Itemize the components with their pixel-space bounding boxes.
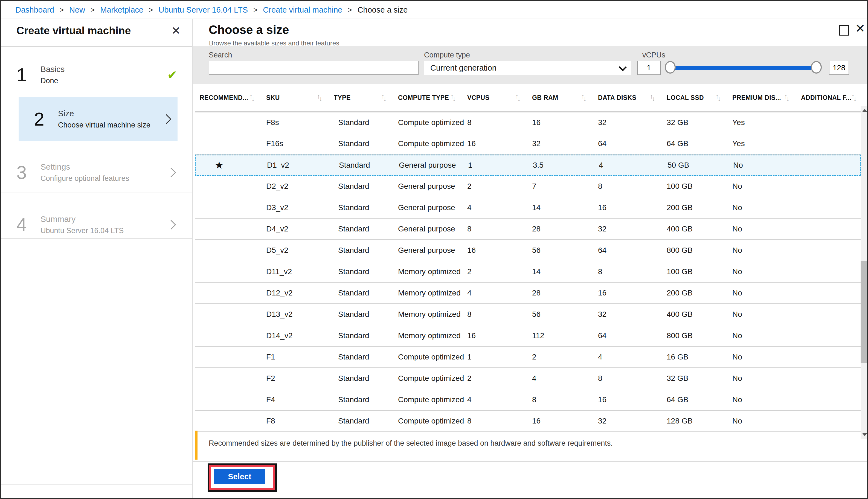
cell-local_ssd: 64 GB xyxy=(667,395,732,404)
cell-premium_disk: No xyxy=(732,331,801,340)
cell-premium_disk: No xyxy=(732,267,801,276)
cell-data_disks: 8 xyxy=(598,267,667,276)
step-basics[interactable]: 1 Basics Done ✔ xyxy=(16,60,182,90)
cell-gb_ram: 14 xyxy=(532,267,598,276)
table-row[interactable]: D4_v2StandardGeneral purpose82832400 GBN… xyxy=(195,219,860,240)
cell-vcpus: 2 xyxy=(467,374,532,383)
sort-down-arrow: ↓ xyxy=(854,95,857,101)
column-header-recommended[interactable]: RECOMMEND...↑↓ xyxy=(200,94,266,101)
table-header: RECOMMEND...↑↓SKU↑↓TYPE↑↓COMPUTE TYPE↑↓V… xyxy=(195,84,860,112)
cell-type: Standard xyxy=(334,374,398,383)
breadcrumb-item[interactable]: Marketplace xyxy=(100,5,143,14)
cell-data_disks: 64 xyxy=(598,246,667,255)
step-sublabel: Choose virtual machine size xyxy=(58,121,163,130)
breadcrumb-separator: > xyxy=(60,6,64,14)
cell-type: Standard xyxy=(334,224,398,233)
column-header-compute_type[interactable]: COMPUTE TYPE↑↓ xyxy=(398,94,467,101)
cell-compute_type: Memory optimized xyxy=(398,267,467,276)
sort-icon: ↑↓ xyxy=(581,94,587,101)
table-row[interactable]: D2_v2StandardGeneral purpose278100 GBNo xyxy=(195,176,860,197)
cell-vcpus: 4 xyxy=(467,289,532,297)
vcpus-slider-handle-max[interactable] xyxy=(811,61,822,74)
step-number: 3 xyxy=(16,162,40,183)
cell-premium_disk: No xyxy=(732,289,801,297)
scroll-up-icon[interactable] xyxy=(862,109,867,112)
cell-sku: D3_v2 xyxy=(266,203,334,212)
column-header-type[interactable]: TYPE↑↓ xyxy=(334,94,398,101)
table-row[interactable]: F16sStandardCompute optimized16326464 GB… xyxy=(195,133,860,155)
cell-gb_ram: 56 xyxy=(532,310,598,319)
breadcrumb: Dashboard>New>Marketplace>Ubuntu Server … xyxy=(1,1,867,19)
divider xyxy=(193,461,867,462)
table-row[interactable]: F8StandardCompute optimized81632128 GBNo xyxy=(195,411,860,432)
cell-vcpus: 8 xyxy=(467,118,532,127)
search-input[interactable] xyxy=(209,61,418,75)
column-label: GB RAM xyxy=(532,94,558,101)
cell-compute_type: Compute optimized xyxy=(398,395,467,404)
sort-down-arrow: ↓ xyxy=(718,95,721,101)
table-row[interactable]: D3_v2StandardGeneral purpose41416200 GBN… xyxy=(195,197,860,219)
cell-compute_type: General purpose xyxy=(398,182,467,191)
cell-gb_ram: 14 xyxy=(532,203,598,212)
cell-vcpus: 2 xyxy=(467,267,532,276)
close-icon[interactable]: ✕ xyxy=(855,22,865,35)
chevron-right-icon xyxy=(166,220,176,229)
step-number: 4 xyxy=(16,214,40,235)
cell-premium_disk: No xyxy=(732,203,801,212)
cell-local_ssd: 800 GB xyxy=(667,246,732,255)
column-header-gb_ram[interactable]: GB RAM↑↓ xyxy=(532,94,598,101)
cell-local_ssd: 400 GB xyxy=(667,224,732,233)
cell-local_ssd: 128 GB xyxy=(667,417,732,425)
cell-sku: D12_v2 xyxy=(266,289,334,297)
vcpus-slider-handle-min[interactable] xyxy=(665,61,676,74)
vcpus-max-input[interactable]: 128 xyxy=(829,61,849,75)
cell-gb_ram: 28 xyxy=(532,289,598,297)
step-label: Settings xyxy=(40,162,168,171)
filter-bar: Search Compute type Current generation v… xyxy=(193,46,867,84)
table-row[interactable]: D5_v2StandardGeneral purpose165664800 GB… xyxy=(195,240,860,261)
choose-size-blade: Choose a size Browse the available sizes… xyxy=(193,19,867,498)
maximize-icon[interactable] xyxy=(839,25,849,36)
compute-type-dropdown[interactable]: Current generation xyxy=(424,61,631,75)
close-icon[interactable]: ✕ xyxy=(171,25,181,36)
cell-local_ssd: 200 GB xyxy=(667,289,732,297)
note-accent-bar xyxy=(195,430,197,460)
cell-premium_disk: No xyxy=(732,395,801,404)
column-label: RECOMMEND... xyxy=(200,94,248,101)
breadcrumb-item[interactable]: New xyxy=(69,5,85,14)
scroll-down-icon[interactable] xyxy=(862,433,867,436)
cell-premium_disk: No xyxy=(732,374,801,383)
scrollbar-thumb[interactable] xyxy=(860,261,868,363)
column-header-sku[interactable]: SKU↑↓ xyxy=(266,94,334,101)
cell-premium_disk: No xyxy=(732,246,801,255)
select-button[interactable]: Select xyxy=(214,469,265,484)
cell-compute_type: Compute optimized xyxy=(398,139,467,148)
cell-recommended: ★ xyxy=(200,160,267,170)
table-row[interactable]: F2StandardCompute optimized24832 GBNo xyxy=(195,368,860,389)
vcpus-min-input[interactable] xyxy=(637,61,661,75)
divider xyxy=(1,238,192,239)
cell-gb_ram: 3.5 xyxy=(533,161,599,170)
column-header-local_ssd[interactable]: LOCAL SSD↑↓ xyxy=(667,94,732,101)
column-header-additional[interactable]: ADDITIONAL F...↑↓ xyxy=(801,94,860,101)
annotation-inner: Select xyxy=(209,465,275,490)
blade-subtitle: Browse the available sizes and their fea… xyxy=(209,39,339,47)
column-header-data_disks[interactable]: DATA DISKS↑↓ xyxy=(598,94,667,101)
table-row[interactable]: F4StandardCompute optimized481664 GBNo xyxy=(195,389,860,411)
cell-compute_type: Compute optimized xyxy=(398,118,467,127)
column-header-premium_disk[interactable]: PREMIUM DIS...↑↓ xyxy=(732,94,801,101)
table-row[interactable]: F8sStandardCompute optimized8163232 GBYe… xyxy=(195,112,860,133)
table-row[interactable]: D13_v2StandardMemory optimized85632400 G… xyxy=(195,304,860,325)
table-row[interactable]: D11_v2StandardMemory optimized2148100 GB… xyxy=(195,261,860,283)
table-row[interactable]: D14_v2StandardMemory optimized1611264800… xyxy=(195,325,860,346)
breadcrumb-item[interactable]: Dashboard xyxy=(15,5,54,14)
cell-data_disks: 32 xyxy=(598,417,667,425)
breadcrumb-item[interactable]: Create virtual machine xyxy=(263,5,342,14)
table-row[interactable]: F1StandardCompute optimized12416 GBNo xyxy=(195,346,860,368)
column-header-vcpus[interactable]: VCPUS↑↓ xyxy=(467,94,532,101)
table-row[interactable]: ★D1_v2StandardGeneral purpose13.5450 GBN… xyxy=(195,155,860,176)
table-row[interactable]: D12_v2StandardMemory optimized42816200 G… xyxy=(195,283,860,304)
cell-sku: F16s xyxy=(266,139,334,148)
step-size[interactable]: 2 Size Choose virtual machine size xyxy=(19,97,178,141)
breadcrumb-item[interactable]: Ubuntu Server 16.04 LTS xyxy=(158,5,248,14)
